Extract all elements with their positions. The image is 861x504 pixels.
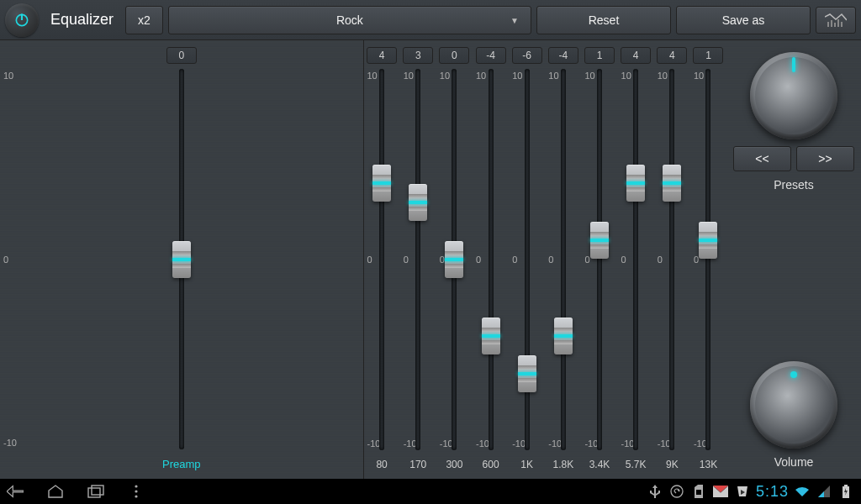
band-value: -4 — [548, 47, 578, 64]
band-value: -6 — [512, 47, 542, 64]
volume-knob[interactable] — [750, 361, 837, 449]
preset-dropdown[interactable]: Rock ▼ — [168, 6, 531, 34]
svg-rect-6 — [841, 22, 843, 27]
signal-icon — [816, 483, 832, 500]
band-freq-label: 170 — [409, 454, 426, 479]
band-thumb[interactable] — [626, 165, 645, 202]
band-slider[interactable]: 10 0 -10 — [581, 69, 617, 450]
tick-min: -10 — [404, 438, 417, 449]
band-slider[interactable]: 10 0 -10 — [509, 69, 545, 450]
tick-min: -10 — [3, 438, 17, 448]
band-column: 4 10 0 -10 5.7K — [618, 40, 654, 479]
band-slider[interactable]: 10 0 -10 — [364, 69, 400, 450]
tick-max: 10 — [404, 71, 414, 81]
save-as-button[interactable]: Save as — [676, 6, 811, 34]
preset-next-button[interactable]: >> — [796, 146, 854, 171]
recents-icon[interactable] — [87, 483, 104, 500]
tick-mid: 0 — [658, 255, 663, 265]
band-thumb[interactable] — [663, 165, 681, 202]
band-thumb[interactable] — [518, 355, 536, 392]
play-store-icon — [734, 483, 751, 500]
sd-icon — [690, 483, 707, 500]
tick-min: -10 — [476, 438, 489, 449]
bands-container: 4 10 0 -10 80 3 10 0 -10 170 0 10 0 -10 … — [364, 40, 727, 479]
band-thumb[interactable] — [554, 318, 573, 354]
band-slider[interactable]: 10 0 -10 — [654, 69, 690, 450]
band-slider[interactable]: 10 0 -10 — [400, 69, 436, 450]
svg-point-9 — [135, 485, 137, 487]
band-freq-label: 300 — [446, 454, 462, 479]
home-icon[interactable] — [47, 483, 64, 500]
volume-label: Volume — [774, 455, 814, 469]
preamp-slider[interactable]: 10 0 -10 — [0, 69, 363, 449]
menu-icon[interactable] — [128, 483, 145, 500]
tick-mid: 0 — [476, 255, 481, 265]
band-slider[interactable]: 10 0 -10 — [473, 69, 509, 450]
band-column: 1 10 0 -10 3.4K — [581, 40, 617, 479]
tick-min: -10 — [584, 438, 598, 449]
band-slider[interactable]: 10 0 -10 — [545, 69, 581, 450]
band-column: -4 10 0 -10 1.8K — [545, 40, 581, 479]
band-value: 4 — [367, 47, 397, 64]
tick-mid: 0 — [694, 255, 699, 265]
band-thumb[interactable] — [699, 222, 717, 259]
band-freq-label: 13K — [700, 454, 717, 479]
sync-icon — [668, 483, 685, 500]
band-freq-label: 1K — [520, 454, 533, 479]
tick-mid: 0 — [512, 255, 517, 265]
back-icon[interactable] — [7, 483, 24, 500]
preset-prev-button[interactable]: << — [733, 146, 791, 171]
band-thumb[interactable] — [445, 241, 463, 278]
tick-min: -10 — [694, 438, 707, 449]
band-column: -6 10 0 -10 1K — [509, 40, 545, 479]
svg-point-10 — [135, 490, 137, 492]
mail-icon — [712, 483, 729, 500]
svg-rect-8 — [92, 486, 103, 495]
tick-min: -10 — [548, 438, 562, 449]
sliders-area: 0 10 0 -10 Preamp 4 10 0 -10 80 3 10 0 -… — [0, 40, 726, 479]
battery-icon — [837, 483, 854, 500]
band-slider[interactable]: 10 0 -10 — [690, 69, 726, 450]
band-slider[interactable]: 10 0 -10 — [436, 69, 473, 450]
svg-rect-7 — [88, 488, 100, 497]
svg-rect-4 — [834, 23, 836, 27]
svg-rect-3 — [831, 20, 832, 27]
svg-rect-15 — [844, 485, 848, 486]
svg-point-11 — [135, 495, 137, 497]
reset-button[interactable]: Reset — [536, 6, 671, 34]
tick-max: 10 — [3, 71, 13, 81]
tick-max: 10 — [367, 71, 378, 81]
band-value: 4 — [657, 47, 687, 64]
tick-min: -10 — [658, 438, 671, 449]
band-freq-label: 600 — [483, 454, 499, 479]
tick-max: 10 — [512, 71, 522, 81]
chevron-down-icon: ▼ — [510, 15, 519, 24]
power-icon — [13, 12, 30, 29]
preamp-thumb[interactable] — [172, 241, 191, 278]
svg-rect-13 — [696, 490, 701, 495]
band-freq-label: 5.7K — [626, 454, 647, 479]
presets-label: Presets — [774, 178, 813, 192]
band-thumb[interactable] — [482, 318, 500, 354]
top-toolbar: Equalizer x2 Rock ▼ Reset Save as — [0, 0, 861, 40]
band-value: 1 — [693, 47, 723, 64]
band-thumb[interactable] — [409, 184, 427, 221]
svg-rect-2 — [827, 22, 829, 27]
band-value: 4 — [621, 47, 651, 64]
power-button[interactable] — [5, 3, 39, 37]
band-slider[interactable]: 10 0 -10 — [618, 69, 654, 450]
multiplier-button[interactable]: x2 — [125, 6, 163, 34]
preset-knob[interactable] — [750, 52, 837, 139]
band-column: 3 10 0 -10 170 — [400, 40, 436, 479]
tick-min: -10 — [440, 438, 453, 449]
band-column: 0 10 0 -10 300 — [436, 40, 473, 479]
band-thumb[interactable] — [372, 165, 391, 202]
band-thumb[interactable] — [590, 222, 609, 259]
tick-max: 10 — [621, 71, 631, 81]
graph-toggle-button[interactable] — [816, 7, 856, 34]
band-freq-label: 9K — [666, 454, 679, 479]
preamp-label: Preamp — [162, 453, 201, 479]
band-freq-label: 1.8K — [553, 454, 574, 479]
preamp-column: 0 10 0 -10 Preamp — [0, 40, 364, 479]
graph-icon — [825, 13, 847, 28]
